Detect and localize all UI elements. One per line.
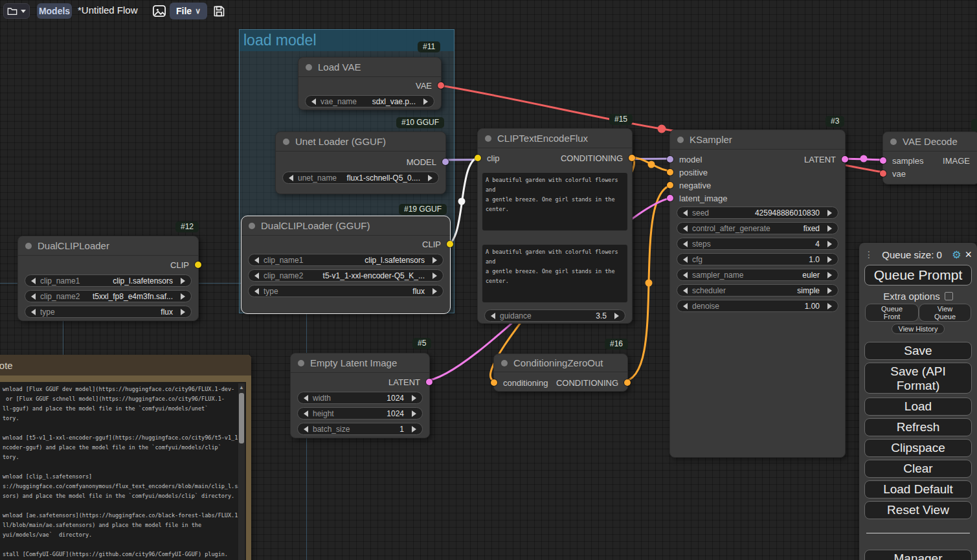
collapse-dot-icon[interactable] <box>306 64 312 71</box>
node-empty-latent-image[interactable]: Empty Latent Image LATENT width 1024 hei… <box>290 353 430 438</box>
latent-output-slot[interactable] <box>426 379 432 385</box>
decrement-arrow-icon[interactable] <box>683 241 688 247</box>
settings-gear-icon[interactable]: ⚙ <box>952 249 961 261</box>
increment-arrow-icon[interactable] <box>827 210 832 216</box>
widget-width[interactable]: width 1024 <box>297 392 423 404</box>
link-dot-negative[interactable] <box>646 280 653 287</box>
save-api-format-button[interactable]: Save (API Format) <box>864 363 972 394</box>
widget-cfg[interactable]: cfg 1.0 <box>677 253 838 265</box>
load-default-button[interactable]: Load Default <box>864 480 972 498</box>
save-workflow-button[interactable] <box>210 3 227 19</box>
link-dot-latent-out[interactable] <box>860 155 868 162</box>
widget-control-after-generate[interactable]: control_after_generate fixed <box>677 222 838 234</box>
view-history-button[interactable]: View History <box>892 324 945 334</box>
widget-type[interactable]: type flux <box>248 285 444 297</box>
widget-clip-name1[interactable]: clip_name1 clip_l.safetensors <box>25 274 192 287</box>
node-titlebar[interactable]: Unet Loader (GGUF) <box>276 132 445 151</box>
clipspace-button[interactable]: Clipspace <box>864 439 972 457</box>
widget-sampler-name[interactable]: sampler_name euler <box>677 269 838 281</box>
models-button[interactable]: Models <box>37 3 72 19</box>
vae-input-slot[interactable] <box>880 170 886 177</box>
decrement-arrow-icon[interactable] <box>254 257 259 263</box>
close-icon[interactable]: × <box>965 250 972 259</box>
node-dual-clip-loader[interactable]: DualCLIPLoader CLIP clip_name1 clip_l.sa… <box>17 236 199 321</box>
scroll-up-arrow-icon[interactable]: ▲ <box>238 383 245 392</box>
decrement-arrow-icon[interactable] <box>683 256 688 263</box>
node-titlebar[interactable]: Load VAE <box>298 58 441 77</box>
increment-arrow-icon[interactable] <box>827 303 832 309</box>
node-ksampler[interactable]: KSampler model LATENT positive negative … <box>669 129 846 458</box>
decrement-arrow-icon[interactable] <box>491 313 495 319</box>
increment-arrow-icon[interactable] <box>827 256 832 263</box>
increment-arrow-icon[interactable] <box>428 175 432 181</box>
widget-type[interactable]: type flux <box>25 306 192 318</box>
increment-arrow-icon[interactable] <box>827 241 832 247</box>
widget-denoise[interactable]: denoise 1.00 <box>677 300 838 312</box>
save-button[interactable]: Save <box>864 342 972 360</box>
widget-height[interactable]: height 1024 <box>297 407 423 420</box>
node-canvas[interactable]: load model #11 #10 GGUF #19 GGUF #12 #15… <box>0 0 977 560</box>
increment-arrow-icon[interactable] <box>423 98 428 105</box>
reset-view-button[interactable]: Reset View <box>864 501 972 519</box>
node-titlebar[interactable]: DualCLIPLoader <box>18 236 198 256</box>
increment-arrow-icon[interactable] <box>827 287 832 294</box>
decrement-arrow-icon[interactable] <box>31 293 36 300</box>
node-unet-loader[interactable]: Unet Loader (GGUF) MODEL unet_name flux1… <box>275 131 446 194</box>
decrement-arrow-icon[interactable] <box>31 309 36 315</box>
widget-seed[interactable]: seed 425948886010830 <box>677 207 838 219</box>
decrement-arrow-icon[interactable] <box>304 410 308 417</box>
decrement-arrow-icon[interactable] <box>254 288 259 295</box>
widget-guidance[interactable]: guidance 3.5 <box>484 309 625 322</box>
widget-vae-name[interactable]: vae_name sdxl_vae.p... <box>305 95 434 107</box>
node-titlebar[interactable]: Note <box>0 355 251 375</box>
decrement-arrow-icon[interactable] <box>683 225 688 232</box>
vae-output-slot[interactable] <box>438 82 444 89</box>
queue-prompt-button[interactable]: Queue Prompt <box>864 265 972 286</box>
node-load-vae[interactable]: Load VAE VAE vae_name sdxl_vae.p... <box>298 57 442 110</box>
node-note[interactable]: Note wnload [Flux GGUF dev model](https:… <box>0 355 251 560</box>
manager-button[interactable]: Manager <box>864 550 972 560</box>
node-vae-decode[interactable]: VAE Decode samples IMAGE vae <box>882 131 977 185</box>
extra-options-checkbox[interactable] <box>945 292 953 300</box>
increment-arrow-icon[interactable] <box>412 410 416 417</box>
increment-arrow-icon[interactable] <box>432 288 437 295</box>
link-dot-clip[interactable] <box>458 198 466 205</box>
conditioning-output-slot[interactable] <box>624 379 631 386</box>
collapse-dot-icon[interactable] <box>283 139 289 145</box>
clear-button[interactable]: Clear <box>864 460 972 478</box>
increment-arrow-icon[interactable] <box>412 395 416 401</box>
clip-input-slot[interactable] <box>475 155 481 161</box>
note-textarea[interactable]: wnload [Flux GGUF dev model](https://hug… <box>0 382 246 560</box>
prompt-textarea-clip-l[interactable]: A beautiful garden with colorful flowers… <box>482 173 627 230</box>
collapse-dot-icon[interactable] <box>890 139 897 145</box>
increment-arrow-icon[interactable] <box>827 272 832 278</box>
increment-arrow-icon[interactable] <box>614 313 619 319</box>
decrement-arrow-icon[interactable] <box>683 287 688 294</box>
collapse-dot-icon[interactable] <box>25 243 32 249</box>
conditioning-output-slot[interactable] <box>629 155 635 161</box>
node-titlebar[interactable]: ConditioningZeroOut <box>494 354 627 372</box>
decrement-arrow-icon[interactable] <box>304 395 308 401</box>
latent-output-slot[interactable] <box>842 156 848 162</box>
image-preview-button[interactable] <box>151 3 168 19</box>
clip-output-slot[interactable] <box>195 262 201 268</box>
widget-clip-name1[interactable]: clip_name1 clip_l.safetensors <box>248 254 444 266</box>
increment-arrow-icon[interactable] <box>827 225 832 232</box>
node-titlebar[interactable]: KSampler <box>670 130 845 150</box>
refresh-button[interactable]: Refresh <box>864 418 972 436</box>
node-dual-clip-loader-gguf[interactable]: DualCLIPLoader (GGUF) CLIP clip_name1 cl… <box>241 216 451 314</box>
decrement-arrow-icon[interactable] <box>254 273 259 279</box>
increment-arrow-icon[interactable] <box>181 309 185 315</box>
model-output-slot[interactable] <box>442 159 449 165</box>
collapse-dot-icon[interactable] <box>501 360 508 366</box>
node-titlebar[interactable]: VAE Decode <box>883 132 977 151</box>
drag-handle-icon[interactable]: ⋮ <box>864 249 872 260</box>
file-menu-button[interactable]: File ∨ <box>170 3 207 19</box>
increment-arrow-icon[interactable] <box>432 257 437 263</box>
decrement-arrow-icon[interactable] <box>311 98 316 105</box>
increment-arrow-icon[interactable] <box>181 278 185 284</box>
node-titlebar[interactable]: Empty Latent Image <box>291 353 429 373</box>
positive-input-slot[interactable] <box>667 169 673 175</box>
node-titlebar[interactable]: CLIPTextEncodeFlux <box>478 129 632 148</box>
collapse-dot-icon[interactable] <box>249 223 255 229</box>
